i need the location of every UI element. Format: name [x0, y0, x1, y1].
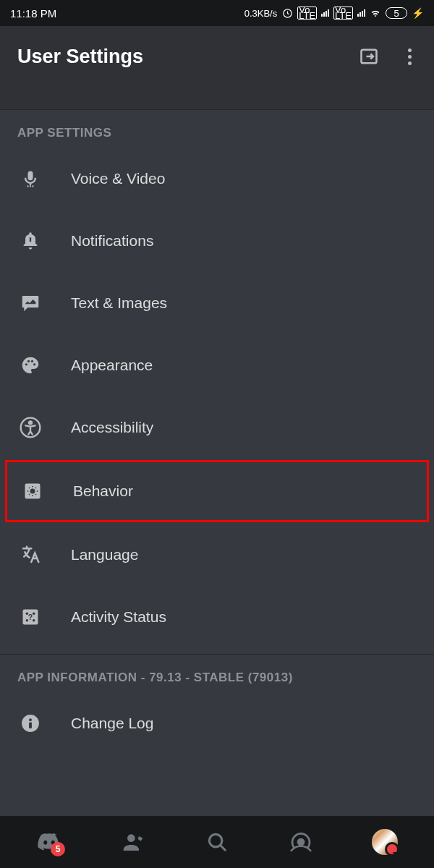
svg-point-16 — [33, 613, 35, 616]
data-rate: 0.3KB/s — [244, 8, 278, 19]
item-label: Change Log — [71, 715, 153, 732]
enter-icon[interactable] — [359, 46, 379, 67]
section-app-info: APP INFORMATION - 79.13 - STABLE (79013) — [0, 655, 434, 692]
svg-point-7 — [27, 360, 30, 362]
settings-item-appearance[interactable]: Appearance — [0, 334, 434, 396]
svg-point-3 — [30, 185, 31, 187]
alarm-icon — [281, 7, 293, 19]
volte-icon-1: VoLTE — [297, 7, 317, 20]
signal-icon-2 — [357, 9, 365, 17]
svg-point-13 — [30, 489, 35, 494]
settings-item-text-images[interactable]: Text & Images — [0, 272, 434, 334]
info-icon — [17, 710, 43, 736]
item-label: Voice & Video — [71, 170, 165, 187]
charging-icon: ⚡ — [412, 7, 424, 19]
page-title: User Settings — [17, 46, 143, 68]
svg-point-8 — [31, 360, 33, 362]
status-right: 0.3KB/s VoLTE VoLTE 5 ⚡ — [244, 7, 424, 20]
item-label: Accessibility — [71, 419, 153, 436]
svg-point-9 — [33, 363, 35, 365]
mic-icon — [17, 166, 43, 192]
item-label: Notifications — [71, 232, 153, 250]
wifi-icon — [370, 7, 381, 19]
user-avatar — [372, 829, 398, 855]
battery-icon: 5 — [386, 7, 407, 19]
svg-point-23 — [127, 834, 135, 842]
settings-item-activity-status[interactable]: ? Activity Status — [0, 586, 434, 648]
svg-point-4 — [32, 185, 33, 187]
settings-header: User Settings — [0, 26, 434, 87]
accessibility-icon — [17, 414, 43, 441]
bottom-nav: 5 — [0, 816, 434, 868]
header-gap — [0, 87, 434, 110]
svg-rect-22 — [29, 722, 32, 728]
nav-mentions-icon[interactable] — [286, 827, 315, 856]
item-label: Activity Status — [71, 608, 166, 626]
dice-icon: ? — [17, 604, 43, 630]
nav-avatar[interactable] — [370, 827, 399, 856]
settings-item-voice-video[interactable]: Voice & Video — [0, 148, 434, 210]
volte-icon-2: VoLTE — [333, 7, 353, 20]
palette-icon — [17, 352, 43, 378]
item-label: Appearance — [71, 357, 153, 374]
item-label: Text & Images — [71, 294, 167, 312]
nav-friends-icon[interactable] — [119, 827, 148, 856]
svg-text:?: ? — [28, 613, 33, 621]
nav-discord-icon[interactable]: 5 — [35, 827, 64, 856]
nav-badge: 5 — [51, 842, 65, 856]
status-bar: 11:18 PM 0.3KB/s VoLTE VoLTE 5 ⚡ — [0, 0, 434, 26]
svg-point-18 — [33, 619, 35, 622]
svg-point-2 — [27, 185, 28, 187]
gear-box-icon — [20, 478, 46, 504]
svg-point-6 — [25, 363, 27, 365]
settings-item-language[interactable]: Language — [0, 524, 434, 586]
svg-point-11 — [29, 421, 32, 424]
more-options-button[interactable] — [399, 46, 420, 67]
nav-search-icon[interactable] — [203, 827, 231, 856]
svg-point-21 — [29, 718, 32, 721]
language-icon — [17, 542, 43, 568]
settings-item-behavior[interactable]: Behavior — [5, 460, 429, 522]
status-time: 11:18 PM — [10, 7, 56, 20]
image-chat-icon — [17, 290, 43, 316]
svg-rect-5 — [30, 237, 31, 242]
settings-item-accessibility[interactable]: Accessibility — [0, 396, 434, 459]
item-label: Behavior — [73, 482, 133, 500]
settings-content: APP SETTINGS Voice & Video Notifications… — [0, 110, 434, 754]
item-label: Language — [71, 546, 138, 563]
signal-icon-1 — [321, 9, 329, 17]
settings-item-notifications[interactable]: Notifications — [0, 210, 434, 272]
bell-icon — [17, 228, 43, 254]
settings-item-change-log[interactable]: Change Log — [0, 692, 434, 754]
svg-point-25 — [298, 839, 304, 845]
section-app-settings: APP SETTINGS — [0, 110, 434, 148]
